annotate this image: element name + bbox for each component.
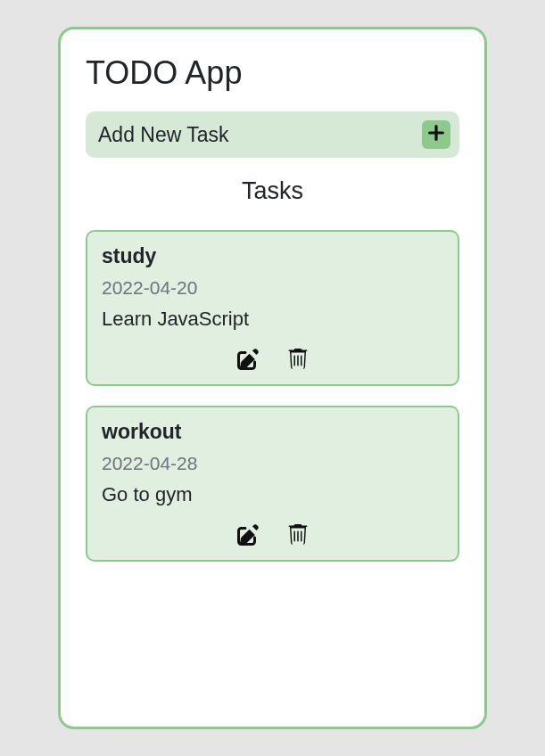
add-task-bar[interactable]: Add New Task xyxy=(86,111,459,158)
task-title: workout xyxy=(102,420,443,444)
tasks-heading: Tasks xyxy=(86,177,459,205)
delete-task-button[interactable] xyxy=(287,349,309,374)
task-date: 2022-04-20 xyxy=(102,277,443,299)
app-container: TODO App Add New Task Tasks study 2022-0… xyxy=(58,27,487,729)
task-description: Go to gym xyxy=(102,483,443,506)
trash-icon xyxy=(287,524,309,549)
edit-task-button[interactable] xyxy=(237,524,259,549)
app-title: TODO App xyxy=(86,54,459,92)
add-task-label: Add New Task xyxy=(98,123,229,147)
task-title: study xyxy=(102,244,443,268)
delete-task-button[interactable] xyxy=(287,524,309,549)
task-date: 2022-04-28 xyxy=(102,453,443,474)
task-description: Learn JavaScript xyxy=(102,308,443,331)
task-card: workout 2022-04-28 Go to gym xyxy=(86,406,459,562)
plus-icon xyxy=(426,123,446,146)
task-actions xyxy=(102,349,443,374)
trash-icon xyxy=(287,349,309,374)
task-actions xyxy=(102,524,443,549)
edit-task-button[interactable] xyxy=(237,349,259,374)
add-task-button[interactable] xyxy=(422,120,450,149)
edit-icon xyxy=(237,524,259,549)
edit-icon xyxy=(237,349,259,374)
task-card: study 2022-04-20 Learn JavaScript xyxy=(86,230,459,386)
